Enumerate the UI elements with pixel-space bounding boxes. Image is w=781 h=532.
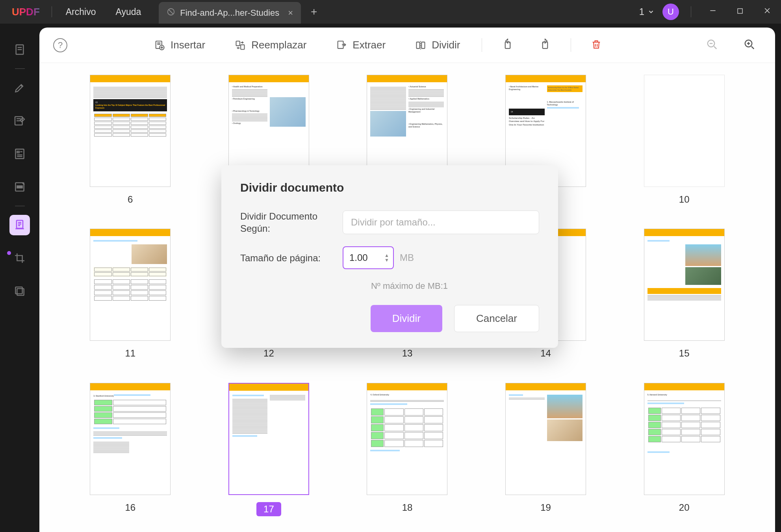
page-thumb-20[interactable]: 5. Harvard University 20 <box>633 383 736 520</box>
page-number: 17 <box>256 502 281 516</box>
page-thumb-17[interactable]: 17 <box>217 383 321 520</box>
sidebar-crop[interactable] <box>9 248 30 268</box>
page-thumb-10[interactable]: 10 <box>633 75 736 209</box>
toolbar: ? Insertar Reemplazar Extraer Dividir <box>39 28 775 63</box>
replace-icon <box>235 40 246 51</box>
zoom-out-button[interactable] <box>700 35 724 55</box>
sidebar-redact[interactable] <box>9 177 30 197</box>
page-number: 20 <box>679 502 690 513</box>
extract-icon <box>336 40 347 51</box>
split-by-select[interactable] <box>343 211 539 234</box>
svg-rect-12 <box>17 151 19 153</box>
delete-button[interactable] <box>585 36 608 55</box>
rotate-left-icon <box>502 39 514 50</box>
svg-line-39 <box>714 46 716 49</box>
extract-button[interactable]: Extraer <box>328 36 393 54</box>
page-number: 14 <box>540 348 551 359</box>
page-number: 18 <box>402 502 413 513</box>
insert-icon <box>154 40 165 51</box>
max-size-hint: Nº máximo de MB:1 <box>280 281 539 291</box>
replace-label: Reemplazar <box>251 39 306 51</box>
sidebar <box>0 28 39 532</box>
close-button[interactable] <box>757 3 777 21</box>
titlebar: UPDF Archivo Ayuda Find-and-Ap...her-Stu… <box>0 0 781 24</box>
split-button[interactable]: Dividir <box>407 36 468 54</box>
page-size-label: Tamaño de página: <box>240 252 343 264</box>
page-thumb-11[interactable]: 11 <box>79 229 182 363</box>
svg-rect-11 <box>15 149 24 159</box>
maximize-button[interactable] <box>731 3 749 21</box>
split-document-dialog: Dividir documento Dividir Documento Segú… <box>221 165 558 348</box>
sidebar-organize[interactable] <box>9 215 30 235</box>
separator <box>52 6 52 17</box>
rotate-left-button[interactable] <box>496 35 519 55</box>
menu-file[interactable]: Archivo <box>56 3 106 21</box>
svg-rect-23 <box>15 287 22 294</box>
sidebar-form[interactable] <box>9 144 30 164</box>
size-unit: MB <box>400 252 414 263</box>
page-size-spinner[interactable]: 1.00 ▲ ▼ <box>343 246 394 269</box>
page-number: 13 <box>402 348 413 359</box>
help-icon[interactable]: ? <box>53 38 67 52</box>
separator <box>15 206 25 206</box>
svg-rect-22 <box>17 288 24 295</box>
zoom-in-button[interactable] <box>738 35 761 55</box>
spinner-down-icon[interactable]: ▼ <box>384 258 389 262</box>
svg-rect-17 <box>17 186 22 188</box>
svg-line-42 <box>751 46 754 49</box>
page-number: 19 <box>540 502 551 513</box>
svg-rect-30 <box>236 41 240 46</box>
split-confirm-button[interactable]: Dividir <box>371 305 442 332</box>
user-avatar[interactable]: U <box>662 4 679 20</box>
rotate-right-button[interactable] <box>533 35 557 55</box>
tab-doc-icon <box>167 7 175 18</box>
page-thumb-19[interactable]: 19 <box>494 383 597 520</box>
split-icon <box>415 40 426 51</box>
tab-title: Find-and-Ap...her-Studies <box>180 8 279 18</box>
minimize-button[interactable] <box>703 3 723 21</box>
page-number: 11 <box>125 348 135 359</box>
sidebar-indicator-dot <box>7 251 11 255</box>
sidebar-edit[interactable] <box>9 111 30 131</box>
trash-icon <box>591 39 602 50</box>
separator <box>571 38 571 52</box>
sidebar-highlight[interactable] <box>9 78 30 98</box>
chevron-down-icon <box>647 8 655 15</box>
page-thumb-15[interactable]: 15 <box>633 229 736 363</box>
page-indicator[interactable]: 1 <box>639 6 655 17</box>
page-number: 6 <box>128 194 133 205</box>
sidebar-batch[interactable] <box>9 281 30 301</box>
insert-label: Insertar <box>171 39 205 51</box>
separator <box>482 38 482 52</box>
page-thumb-16[interactable]: 3. Stanford University 16 <box>79 383 182 520</box>
insert-button[interactable]: Insertar <box>146 36 213 54</box>
menu-help[interactable]: Ayuda <box>106 3 151 21</box>
dialog-title: Dividir documento <box>240 181 539 194</box>
page-number: 15 <box>679 348 690 359</box>
page-thumb-6[interactable]: 03Looking Into the Top 10 Subject Majors… <box>79 75 182 209</box>
svg-rect-33 <box>417 42 420 48</box>
page-number: 12 <box>263 348 274 359</box>
page-size-value[interactable]: 1.00 <box>343 252 384 263</box>
split-label: Dividir <box>432 39 460 51</box>
svg-rect-2 <box>738 9 742 13</box>
replace-button[interactable]: Reemplazar <box>227 36 314 54</box>
page-thumb-18[interactable]: 4. Oxford University 18 <box>356 383 459 520</box>
page-number: 16 <box>125 502 135 513</box>
add-tab-button[interactable]: + <box>301 6 327 18</box>
rotate-right-icon <box>539 39 551 50</box>
page-number: 1 <box>639 6 644 17</box>
svg-rect-34 <box>421 42 425 48</box>
page-number: 10 <box>679 194 690 205</box>
cancel-button[interactable]: Cancelar <box>454 305 539 332</box>
zoom-in-icon <box>744 39 755 50</box>
extract-label: Extraer <box>352 39 386 51</box>
separator <box>15 68 25 69</box>
split-by-label: Dividir Documento Según: <box>240 210 343 235</box>
document-tab[interactable]: Find-and-Ap...her-Studies × <box>159 2 301 24</box>
tab-close-icon[interactable]: × <box>288 8 293 18</box>
svg-rect-31 <box>241 44 244 49</box>
sidebar-reader[interactable] <box>9 39 30 60</box>
separator <box>691 6 691 17</box>
app-logo: UPDF <box>4 6 48 18</box>
